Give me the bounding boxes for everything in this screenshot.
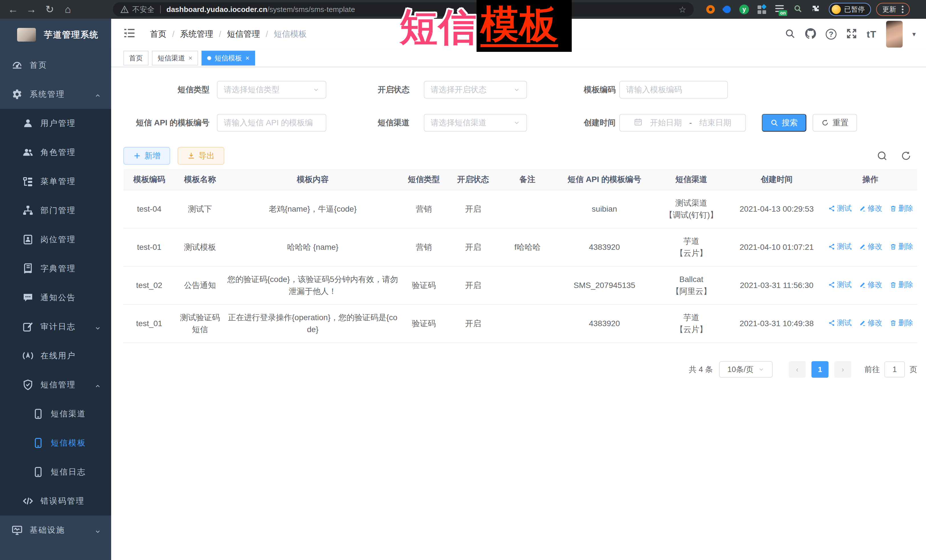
extension-drop-icon[interactable] [722,4,732,15]
api-template-input[interactable] [217,114,326,131]
dict-icon [22,263,34,274]
page-size-select[interactable]: 10条/页 [719,361,773,378]
sms-channel-select[interactable] [424,114,527,131]
search-button[interactable]: 搜索 [762,114,806,131]
goto-page-input[interactable] [884,361,905,377]
avatar-caret-icon[interactable]: ▾ [912,30,916,38]
current-page-button[interactable]: 1 [811,361,829,378]
test-link[interactable]: 测试 [828,279,852,290]
tag-sms-channel[interactable]: 短信渠道 × [152,51,198,65]
sidebar-item-sms-log[interactable]: 短信日志 [0,457,111,486]
test-link[interactable]: 测试 [828,241,852,252]
table-row: test-04 测试下 老鸡{name}，牛逼{code} 营销 开启 suib… [123,190,917,228]
date-range-picker[interactable]: 开始日期 - 结束日期 [619,114,746,131]
date-separator: - [689,118,692,127]
sidebar-item-roles[interactable]: 角色管理 [0,138,111,167]
chevron-down-icon [513,119,520,126]
logo-image [17,28,36,42]
extension-magnifier-icon[interactable] [793,4,803,15]
delete-link[interactable]: 删除 [890,203,913,214]
collapse-sidebar-icon[interactable] [123,29,136,40]
sidebar-item-dicts[interactable]: 字典管理 [0,254,111,283]
share-icon [828,205,835,212]
home-icon[interactable]: ⌂ [59,3,77,15]
add-button[interactable]: 新增 [123,147,170,165]
delete-link[interactable]: 删除 [890,241,913,252]
help-icon[interactable]: ? [826,29,837,39]
tag-home[interactable]: 首页 [123,51,148,65]
sidebar-item-notices[interactable]: 通知公告 [0,283,111,312]
font-size-icon[interactable]: tT [867,29,876,40]
edit-link[interactable]: 修改 [859,241,882,252]
sidebar-item-home[interactable]: 首页 [0,51,111,80]
fullscreen-icon[interactable] [846,28,857,40]
test-link[interactable]: 测试 [828,317,852,328]
sms-type-select[interactable] [217,81,326,98]
breadcrumb-home[interactable]: 首页 [150,29,166,40]
sidebar-item-departments[interactable]: 部门管理 [0,196,111,225]
badge-icon [22,234,34,245]
extension-y-icon[interactable]: y [739,5,749,14]
goto-label: 前往 [864,364,880,374]
search-toggle-icon[interactable] [877,150,888,161]
github-icon[interactable] [805,28,816,40]
reset-button[interactable]: 重置 [813,114,857,131]
edit-link[interactable]: 修改 [859,279,882,290]
sidebar-item-system[interactable]: 系统管理 [0,80,111,109]
edit-link[interactable]: 修改 [859,317,882,328]
refresh-icon [821,119,829,127]
sidebar-item-posts[interactable]: 岗位管理 [0,225,111,254]
status-select[interactable] [424,81,527,98]
filter-row-2: 短信 API 的模板编号 短信渠道 创建时间 开始日期 - 结束日期 搜索 [123,114,917,131]
sidebar-item-sms-template[interactable]: 短信模板 [0,429,111,457]
chevron-down-icon [94,324,101,333]
breadcrumb-sms[interactable]: 短信管理 [227,29,260,40]
sidebar-item-error-codes[interactable]: 错误码管理 [0,486,111,516]
breadcrumb-system[interactable]: 系统管理 [180,29,213,40]
forward-icon[interactable]: → [22,3,41,15]
delete-link[interactable]: 删除 [890,279,913,290]
sidebar-item-sms[interactable]: 短信管理 [0,370,111,399]
trash-icon [890,281,897,288]
prev-page-button[interactable]: ‹ [788,361,806,378]
test-link[interactable]: 测试 [828,203,852,214]
extension-ring-icon[interactable] [706,5,715,14]
profile-paused-pill[interactable]: 已暂停 [829,3,871,16]
avatar[interactable] [886,21,903,48]
date-start-placeholder: 开始日期 [650,117,682,128]
sidebar-item-online-users[interactable]: 在线用户 [0,341,111,370]
edit-icon [859,243,866,250]
delete-link[interactable]: 删除 [890,317,913,328]
sidebar-item-sms-channel[interactable]: 短信渠道 [0,399,111,429]
bookmark-star-icon[interactable]: ☆ [679,5,686,15]
template-code-input[interactable] [619,81,728,98]
trash-icon [890,243,897,250]
extension-list-icon[interactable]: on [775,5,785,14]
shield-icon [22,379,34,391]
browser-update-button[interactable]: 更新 [876,3,910,16]
export-button[interactable]: 导出 [177,147,224,165]
chevron-down-icon [758,366,764,373]
download-icon [187,152,195,160]
reload-icon[interactable]: ↻ [41,3,59,15]
tag-sms-template[interactable]: 短信模板 × [201,51,255,65]
refresh-icon[interactable] [901,150,911,161]
close-icon[interactable]: × [245,54,250,62]
chevron-down-icon [313,86,319,93]
extensions-puzzle-icon[interactable] [811,4,820,15]
sidebar-item-audit-log[interactable]: 审计日志 [0,312,111,341]
back-icon[interactable]: ← [4,3,22,15]
next-page-button[interactable]: › [834,361,851,378]
browser-menu-icon[interactable] [902,9,903,10]
extension-grid-icon[interactable] [758,5,767,14]
infra-monitor-icon [11,524,23,536]
edit-link[interactable]: 修改 [859,203,882,214]
edit-icon [859,320,866,326]
sidebar-item-infrastructure[interactable]: 基础设施 [0,516,111,545]
update-label: 更新 [882,5,896,14]
sidebar-item-users[interactable]: 用户管理 [0,109,111,138]
sidebar-item-menus[interactable]: 菜单管理 [0,167,111,196]
close-icon[interactable]: × [188,54,192,62]
system-submenu: 用户管理 角色管理 菜单管理 部门管理 岗位管理 [0,109,111,516]
search-icon[interactable] [785,28,796,40]
